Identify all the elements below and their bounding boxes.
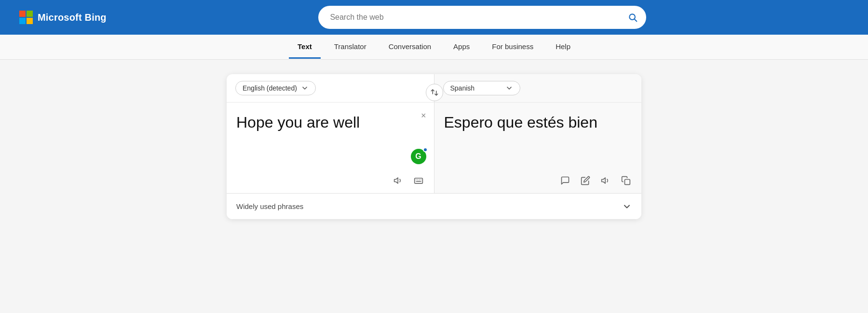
main-content: English (detected) Hope you are well × G	[0, 60, 868, 234]
phrases-chevron-icon	[622, 201, 632, 211]
header: Microsoft Bing	[0, 0, 868, 35]
output-translated-text: Espero que estés bien	[434, 103, 642, 170]
swap-icon	[430, 88, 439, 97]
target-lang-dropdown[interactable]: Spanish	[443, 81, 520, 95]
speaker-icon	[601, 176, 610, 185]
grammarly-badge[interactable]: G	[411, 149, 426, 164]
feedback-button[interactable]	[557, 174, 573, 187]
copy-button[interactable]	[618, 174, 634, 187]
listen-source-button[interactable]	[391, 174, 406, 187]
phrases-bar[interactable]: Widely used phrases	[227, 193, 641, 219]
svg-point-0	[630, 14, 636, 20]
logo-area: Microsoft Bing	[19, 11, 107, 24]
swap-languages-button[interactable]	[426, 84, 443, 101]
svg-line-1	[635, 19, 637, 21]
nav-item-translator[interactable]: Translator	[326, 36, 375, 59]
translator-card: English (detected) Hope you are well × G	[227, 74, 641, 219]
keyboard-icon	[414, 176, 423, 185]
source-text-area: Hope you are well × G	[227, 103, 434, 170]
chevron-down-icon	[622, 202, 632, 211]
search-bar	[318, 6, 646, 29]
speaker-icon	[393, 176, 403, 185]
nav-item-for-business[interactable]: For business	[483, 36, 542, 59]
svg-marker-2	[394, 178, 398, 183]
listen-target-button[interactable]	[598, 174, 613, 187]
source-lang-label: English (detected)	[243, 84, 297, 92]
chevron-down-icon	[301, 84, 309, 92]
target-panel: Spanish Espero que estés bien	[434, 74, 642, 193]
target-bottom-actions	[434, 170, 642, 193]
svg-rect-3	[414, 178, 422, 183]
source-input-text[interactable]: Hope you are well	[236, 112, 424, 133]
logo-text: Microsoft Bing	[38, 12, 107, 23]
copy-icon	[621, 176, 631, 185]
microsoft-logo-icon	[19, 11, 33, 24]
translator-panels: English (detected) Hope you are well × G	[227, 74, 641, 193]
search-bar-container	[116, 6, 849, 29]
source-panel: English (detected) Hope you are well × G	[227, 74, 434, 193]
target-lang-bar: Spanish	[434, 74, 642, 103]
phrases-label: Widely used phrases	[236, 202, 303, 210]
nav-bar: Text Translator Conversation Apps For bu…	[0, 35, 868, 60]
svg-rect-5	[625, 180, 630, 185]
nav-item-apps[interactable]: Apps	[445, 36, 478, 59]
nav-item-conversation[interactable]: Conversation	[380, 36, 440, 59]
search-input[interactable]	[330, 13, 623, 22]
keyboard-button[interactable]	[411, 174, 426, 187]
source-bottom-actions	[227, 170, 434, 193]
source-lang-dropdown[interactable]: English (detected)	[235, 81, 316, 95]
nav-item-text[interactable]: Text	[289, 36, 321, 59]
pencil-icon	[581, 176, 590, 185]
search-button[interactable]	[628, 13, 637, 22]
search-icon	[628, 13, 637, 22]
edit-button[interactable]	[578, 174, 593, 187]
svg-marker-4	[602, 178, 606, 183]
source-lang-bar: English (detected)	[227, 74, 434, 103]
chevron-down-icon	[505, 84, 513, 92]
chat-icon	[560, 176, 570, 185]
nav-item-help[interactable]: Help	[547, 36, 579, 59]
swap-area	[426, 74, 443, 193]
target-lang-label: Spanish	[450, 84, 475, 92]
